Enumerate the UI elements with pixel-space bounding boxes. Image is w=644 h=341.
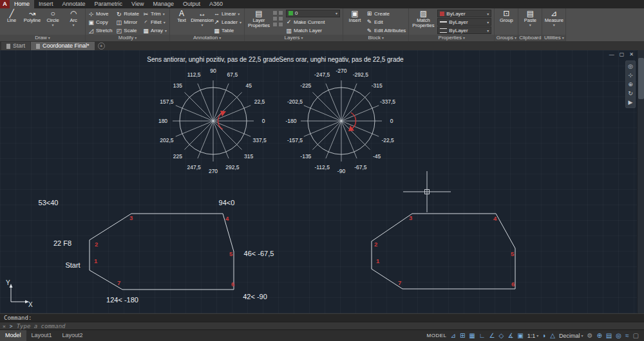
create-button[interactable]: ⊞Create bbox=[366, 10, 406, 17]
new-tab-button[interactable]: + bbox=[98, 42, 105, 50]
file-tab-start[interactable]: Start bbox=[1, 42, 30, 50]
layer-tool-icons bbox=[273, 10, 283, 35]
ribbon-tab-insert[interactable]: Insert bbox=[34, 0, 58, 8]
ortho-toggle[interactable]: ∟ bbox=[479, 330, 486, 341]
zoom-icon[interactable]: ⊕ bbox=[628, 81, 633, 88]
file-tab-coordonate-final-[interactable]: Coordonate Final* bbox=[31, 42, 95, 50]
show-motion-icon[interactable]: ▶ bbox=[629, 99, 633, 106]
panel-label-draw[interactable]: Draw▾ bbox=[0, 35, 85, 41]
dropdown-value: ByLayer bbox=[449, 19, 468, 25]
grid-toggle[interactable]: ▦ bbox=[469, 330, 475, 341]
vertex-number: 2 bbox=[95, 241, 98, 248]
bylayer-dropdown-3[interactable]: ByLayer▾ bbox=[437, 26, 491, 34]
mirror-button[interactable]: ◫Mirror bbox=[116, 18, 139, 26]
dimension-button[interactable]: ↔Dimension▾ bbox=[193, 10, 211, 35]
workspace-toggle[interactable]: ⚙ bbox=[587, 330, 593, 341]
close-icon[interactable]: ✕ bbox=[3, 324, 6, 329]
polar-toggle[interactable]: ∠ bbox=[489, 330, 495, 341]
orbit-icon[interactable]: ↻ bbox=[628, 90, 633, 97]
snap-toggle[interactable]: ⊞ bbox=[460, 330, 465, 341]
move-button[interactable]: ⊹Move bbox=[88, 10, 112, 18]
match-properties-button[interactable]: ▨ Match Properties bbox=[412, 10, 435, 35]
panel-block: ▣ Insert ⊞Create✎Edit✎Edit Attributes Bl… bbox=[343, 8, 409, 41]
drawing-canvas[interactable]: Sens antiorar, unghi pozitiv, pas de 22,… bbox=[0, 50, 644, 313]
bylayer-dropdown-1[interactable]: ByLayer▾ bbox=[437, 10, 491, 17]
polar-diagram-2: Sens orar, unghi negativ, pas de 22,5 gr… bbox=[279, 56, 404, 174]
diagram-title: Sens antiorar, unghi pozitiv, pas de 22,… bbox=[147, 56, 279, 63]
diagram-spoke bbox=[341, 92, 370, 121]
leader-button[interactable]: ↗Leader▾ bbox=[214, 18, 242, 26]
restore-button[interactable]: ▢ bbox=[620, 51, 625, 57]
ribbon-tab-output[interactable]: Output bbox=[178, 0, 205, 8]
diagram-angle-label: 180 bbox=[158, 118, 167, 124]
ucs-icon: YX bbox=[6, 279, 33, 308]
table-button[interactable]: ▦Table bbox=[214, 27, 242, 35]
graphics-toggle[interactable]: ≈ bbox=[625, 330, 629, 341]
stretch-button[interactable]: ◿Stretch bbox=[88, 26, 112, 35]
pan-icon[interactable]: ⊹ bbox=[628, 72, 633, 78]
otrack-toggle[interactable]: ∡ bbox=[507, 330, 513, 341]
copy-button[interactable]: ▣Copy bbox=[88, 18, 112, 26]
osnap-toggle[interactable]: ▣ bbox=[517, 330, 523, 341]
circle-button[interactable]: ○Circle▾ bbox=[44, 10, 62, 35]
edit-button[interactable]: ✎Edit bbox=[366, 18, 406, 26]
panel-label-properties[interactable]: Properties▾ bbox=[409, 35, 494, 41]
line-button[interactable]: ╱Line bbox=[3, 10, 21, 35]
layout-tab-model[interactable]: Model bbox=[0, 330, 26, 341]
make-current-button[interactable]: ✓Make Current bbox=[286, 18, 340, 26]
autoscale-toggle[interactable]: △ bbox=[550, 330, 555, 341]
ribbon-tab-annotate[interactable]: Annotate bbox=[58, 0, 90, 8]
scrollbar-thumb[interactable] bbox=[638, 58, 644, 99]
command-input[interactable]: Type a command bbox=[17, 323, 66, 329]
panel-label-groups[interactable]: Groups▾ bbox=[495, 35, 518, 41]
diagram-angle-label: -270 bbox=[336, 68, 346, 74]
layout-tab-layout2[interactable]: Layout2 bbox=[57, 330, 88, 341]
steering-wheel-icon[interactable]: ◎ bbox=[628, 63, 633, 69]
rotate-button[interactable]: ↻Rotate bbox=[116, 10, 139, 18]
clean-screen-toggle[interactable]: ▢ bbox=[633, 330, 639, 341]
panel-label-annotation[interactable]: Annotation▾ bbox=[170, 35, 244, 41]
measure-button[interactable]: ⊿ Measure ▾ bbox=[545, 10, 563, 35]
isolate-toggle[interactable]: ◎ bbox=[616, 330, 621, 341]
units-control[interactable]: Decimal▾ bbox=[559, 333, 583, 339]
group-button[interactable]: ⊡ Group bbox=[497, 10, 515, 35]
panel-label-clipboard[interactable]: Clipboard bbox=[518, 35, 542, 41]
layout-tab-layout1[interactable]: Layout1 bbox=[26, 330, 57, 341]
linear-button[interactable]: ↔Linear▾ bbox=[214, 10, 242, 17]
ribbon-tab-parametric[interactable]: Parametric bbox=[90, 0, 128, 8]
ribbon-tab-a360[interactable]: A360 bbox=[205, 0, 227, 8]
linetype-icon bbox=[440, 28, 447, 33]
ribbon-tab-home[interactable]: Home bbox=[10, 0, 34, 8]
app-logo-icon[interactable]: A bbox=[0, 0, 10, 8]
arc-button[interactable]: ◠Arc▾ bbox=[64, 10, 82, 35]
ribbon-tab-view[interactable]: View bbox=[127, 0, 148, 8]
annotation-visibility-toggle[interactable]: ◗ bbox=[542, 330, 546, 341]
fillet-button[interactable]: ◜Fillet▾ bbox=[143, 18, 167, 26]
minimize-button[interactable]: — bbox=[609, 51, 614, 57]
panel-label-utilities[interactable]: Utilities▾ bbox=[542, 35, 565, 41]
layer-properties-button[interactable]: ▤ Layer Properties bbox=[247, 10, 270, 35]
paste-button[interactable]: ▤ Paste ▾ bbox=[521, 10, 539, 35]
panel-label-layers[interactable]: Layers▾ bbox=[245, 35, 343, 41]
panel-label-block[interactable]: Block▾ bbox=[343, 35, 408, 41]
vertical-scrollbar[interactable] bbox=[637, 50, 644, 313]
scale-button[interactable]: ◰Scale bbox=[116, 26, 139, 35]
annotation-scale-control[interactable]: 1:1▾ bbox=[527, 333, 539, 339]
polyline-button[interactable]: ↝Polyline bbox=[23, 10, 41, 35]
layer-select[interactable]: 0 ▾ bbox=[286, 10, 340, 17]
ribbon-tab-manage[interactable]: Manage bbox=[148, 0, 178, 8]
edit-attributes-button[interactable]: ✎Edit Attributes bbox=[366, 27, 406, 35]
infer-toggle[interactable]: ⊿ bbox=[451, 330, 456, 341]
insert-button[interactable]: ▣ Insert bbox=[346, 10, 364, 35]
trim-button[interactable]: ✂Trim▾ bbox=[143, 10, 167, 18]
bylayer-dropdown-2[interactable]: ByLayer▾ bbox=[437, 18, 491, 26]
annotation-monitor-toggle[interactable]: ⊕ bbox=[596, 330, 601, 341]
copy-label: Copy bbox=[96, 19, 108, 25]
panel-label-modify[interactable]: Modify▾ bbox=[86, 35, 169, 41]
text-button[interactable]: AText bbox=[173, 10, 191, 35]
quick-properties-toggle[interactable]: ▤ bbox=[606, 330, 612, 341]
array-button[interactable]: ▦Array▾ bbox=[143, 26, 167, 35]
close-button[interactable]: ✕ bbox=[629, 51, 634, 57]
isodraft-toggle[interactable]: ◇ bbox=[499, 330, 504, 341]
match-layer-button[interactable]: ▥Match Layer bbox=[286, 26, 340, 35]
